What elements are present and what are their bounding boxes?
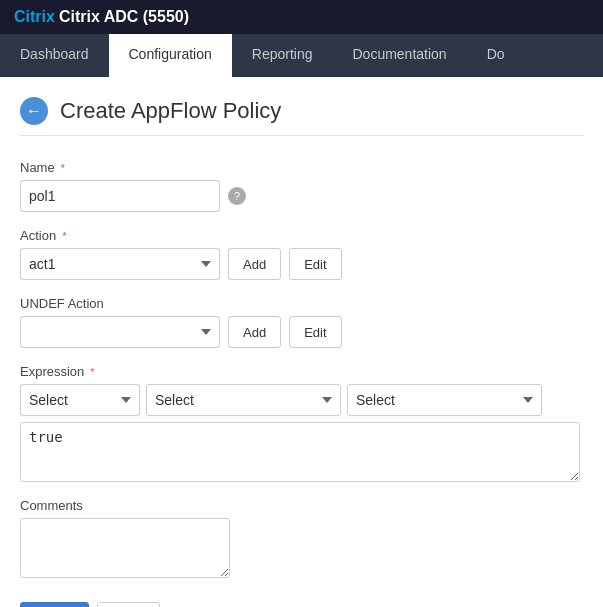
app-title: Citrix ADC (5550) xyxy=(59,8,189,26)
citrix-logo: Citrix xyxy=(14,8,55,26)
action-select[interactable]: act1 xyxy=(20,248,220,280)
expression-textarea[interactable]: true xyxy=(20,422,580,482)
main-content: ← Create AppFlow Policy Name* ? Action* … xyxy=(0,77,603,607)
undef-action-edit-button[interactable]: Edit xyxy=(289,316,341,348)
undef-action-select[interactable] xyxy=(20,316,220,348)
help-icon[interactable]: ? xyxy=(228,187,246,205)
action-add-button[interactable]: Add xyxy=(228,248,281,280)
action-label: Action* xyxy=(20,228,583,243)
expression-selects-row: Select Select Select xyxy=(20,384,583,416)
undef-action-section: UNDEF Action Add Edit xyxy=(20,296,583,348)
comments-label: Comments xyxy=(20,498,583,513)
comments-section: Comments xyxy=(20,498,583,578)
expression-select-2[interactable]: Select xyxy=(146,384,341,416)
back-button[interactable]: ← xyxy=(20,97,48,125)
create-button[interactable]: Create xyxy=(20,602,89,607)
nav-item-do[interactable]: Do xyxy=(467,34,525,77)
action-row: act1 Add Edit xyxy=(20,248,583,280)
main-nav: Dashboard Configuration Reporting Docume… xyxy=(0,34,603,77)
name-input[interactable] xyxy=(20,180,220,212)
close-button[interactable]: Close xyxy=(97,602,160,607)
nav-item-dashboard[interactable]: Dashboard xyxy=(0,34,109,77)
expression-section: Expression* Select Select Select true xyxy=(20,364,583,482)
name-row: ? xyxy=(20,180,583,212)
page-title-row: ← Create AppFlow Policy xyxy=(20,97,583,136)
nav-item-documentation[interactable]: Documentation xyxy=(332,34,466,77)
action-edit-button[interactable]: Edit xyxy=(289,248,341,280)
page-title: Create AppFlow Policy xyxy=(60,98,281,124)
comments-textarea[interactable] xyxy=(20,518,230,578)
expression-select-1[interactable]: Select xyxy=(20,384,140,416)
undef-action-label: UNDEF Action xyxy=(20,296,583,311)
nav-item-configuration[interactable]: Configuration xyxy=(109,34,232,77)
expression-label: Expression* xyxy=(20,364,583,379)
name-section: Name* ? xyxy=(20,160,583,212)
name-label: Name* xyxy=(20,160,583,175)
undef-action-row: Add Edit xyxy=(20,316,583,348)
app-header: Citrix Citrix ADC (5550) xyxy=(0,0,603,34)
action-section: Action* act1 Add Edit xyxy=(20,228,583,280)
footer-buttons: Create Close xyxy=(20,602,583,607)
undef-action-add-button[interactable]: Add xyxy=(228,316,281,348)
nav-item-reporting[interactable]: Reporting xyxy=(232,34,333,77)
expression-select-3[interactable]: Select xyxy=(347,384,542,416)
